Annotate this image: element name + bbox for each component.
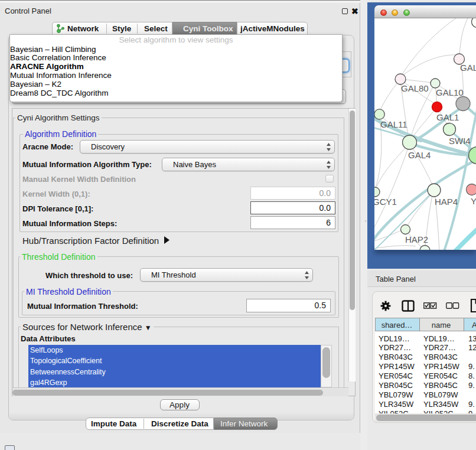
- svg-text:GAL10: GAL10: [436, 87, 464, 97]
- svg-text:HAP2: HAP2: [405, 234, 428, 244]
- svg-text:GAL80: GAL80: [401, 83, 429, 93]
- svg-text:GAL11: GAL11: [380, 119, 407, 129]
- svg-text:GAL4: GAL4: [408, 150, 431, 160]
- svg-text:HAP4: HAP4: [435, 197, 458, 207]
- svg-text:Y: Y: [471, 196, 476, 206]
- svg-text:GAL2: GAL2: [460, 63, 476, 73]
- svg-text:GCY1: GCY1: [374, 197, 397, 207]
- svg-text:GAL1: GAL1: [436, 112, 459, 122]
- svg-text:SWI4: SWI4: [449, 136, 471, 146]
